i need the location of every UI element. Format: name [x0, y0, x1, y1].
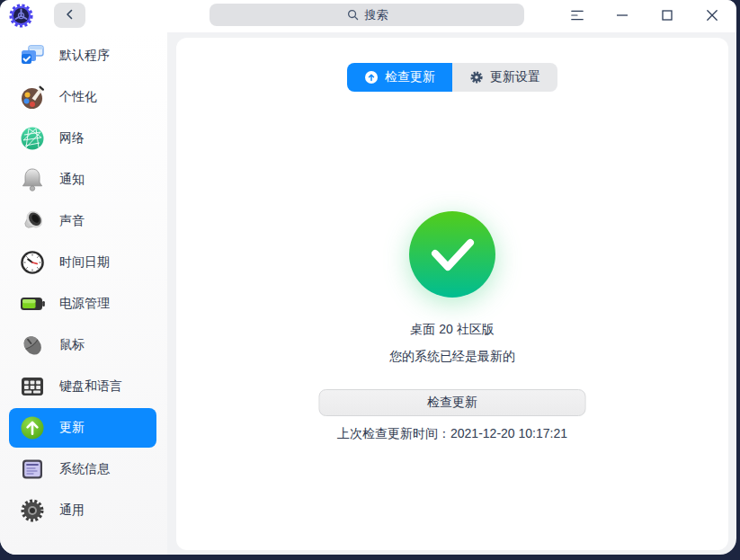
search-input[interactable]: 搜索 — [210, 4, 524, 26]
menu-button[interactable] — [570, 9, 584, 23]
sidebar-item-label: 默认程序 — [59, 48, 110, 64]
main-panel: 检查更新更新设置 桌面 20 社区版 您的系统已经是最新的 检查更新 上次检查更… — [176, 38, 728, 550]
menu-icon — [570, 9, 584, 24]
back-button[interactable] — [54, 3, 85, 28]
search-placeholder: 搜索 — [365, 7, 388, 23]
last-check-time: 上次检查更新时间：2021-12-20 10:17:21 — [176, 426, 728, 442]
sidebar-item-sound[interactable]: 声音 — [9, 201, 156, 241]
tab-label: 检查更新 — [385, 69, 435, 85]
last-check-label: 上次检查更新时间： — [337, 426, 450, 440]
minimize-icon — [615, 8, 629, 25]
sidebar-item-label: 时间日期 — [59, 254, 110, 271]
tab-update-settings[interactable]: 更新设置 — [452, 63, 557, 92]
tab-bar: 检查更新更新设置 — [347, 63, 557, 92]
sidebar-item-network[interactable]: 网络 — [9, 119, 156, 158]
sidebar-item-datetime[interactable]: 时间日期 — [9, 243, 156, 282]
sidebar-item-default-apps[interactable]: 默认程序 — [9, 36, 156, 76]
last-check-timestamp: 2021-12-20 10:17:21 — [450, 426, 567, 440]
datetime-icon — [18, 248, 47, 277]
sidebar-item-label: 通知 — [59, 172, 85, 188]
search-icon — [346, 8, 360, 22]
sidebar-item-system-info[interactable]: 系统信息 — [9, 449, 156, 489]
close-button[interactable] — [705, 9, 719, 23]
sidebar-item-label: 鼠标 — [59, 337, 85, 353]
window-controls — [570, 0, 736, 32]
update-icon — [18, 413, 47, 442]
network-icon — [18, 124, 47, 153]
control-center-window: 搜索 — [0, 0, 736, 555]
sidebar-item-label: 电源管理 — [59, 296, 110, 312]
check-update-button[interactable]: 检查更新 — [319, 389, 586, 416]
arrow-up-circle-icon — [364, 70, 379, 84]
sidebar-item-notification[interactable]: 通知 — [9, 160, 156, 200]
system-info-icon — [18, 455, 47, 484]
default-apps-icon — [18, 41, 47, 70]
power-icon — [18, 289, 47, 318]
tab-check-update[interactable]: 检查更新 — [347, 63, 452, 92]
gear-icon — [469, 70, 484, 84]
version-label: 桌面 20 社区版 — [176, 322, 728, 338]
notification-icon — [18, 165, 47, 194]
system-status-text: 您的系统已经是最新的 — [176, 349, 728, 365]
maximize-icon — [660, 8, 674, 25]
sidebar-list: 默认程序个性化网络通知声音时间日期电源管理鼠标键盘和语言更新系统信息通用 — [0, 32, 167, 530]
keyboard-icon — [18, 372, 47, 401]
sidebar-item-mouse[interactable]: 鼠标 — [9, 325, 156, 365]
sidebar-item-keyboard[interactable]: 键盘和语言 — [9, 367, 156, 406]
general-icon — [18, 496, 47, 525]
sidebar-item-update[interactable]: 更新 — [9, 408, 156, 448]
sidebar-item-label: 键盘和语言 — [59, 378, 122, 395]
sidebar-item-label: 声音 — [59, 213, 85, 229]
mouse-icon — [18, 331, 47, 360]
title-bar: 搜索 — [0, 0, 736, 32]
sidebar-item-label: 通用 — [59, 502, 85, 519]
tab-label: 更新设置 — [490, 69, 540, 85]
sidebar-item-label: 系统信息 — [59, 461, 110, 477]
sidebar-item-label: 网络 — [59, 130, 85, 147]
maximize-button[interactable] — [660, 9, 674, 23]
sidebar: 默认程序个性化网络通知声音时间日期电源管理鼠标键盘和语言更新系统信息通用 — [0, 32, 167, 555]
minimize-button[interactable] — [615, 9, 629, 23]
sidebar-item-personalization[interactable]: 个性化 — [9, 77, 156, 117]
personalization-icon — [18, 83, 47, 111]
sidebar-item-general[interactable]: 通用 — [9, 491, 156, 530]
success-check-icon — [409, 211, 495, 298]
sound-icon — [18, 207, 47, 236]
sidebar-item-label: 更新 — [59, 420, 85, 436]
sidebar-item-label: 个性化 — [59, 89, 97, 105]
sidebar-item-power[interactable]: 电源管理 — [9, 284, 156, 324]
close-icon — [705, 8, 719, 25]
chevron-left-icon — [63, 7, 77, 24]
control-center-app-icon — [7, 2, 35, 30]
